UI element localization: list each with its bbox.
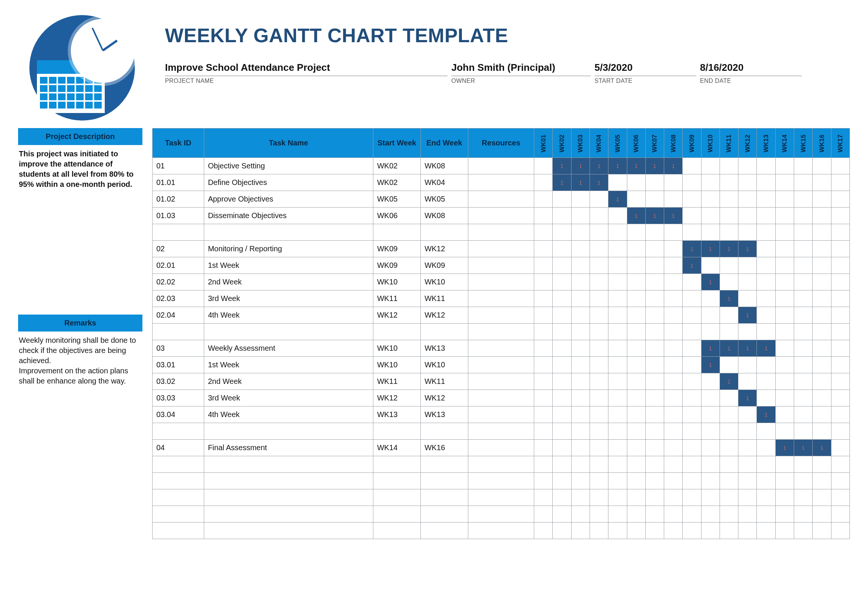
gantt-cell[interactable] xyxy=(664,191,683,207)
gantt-cell[interactable] xyxy=(794,506,813,522)
gantt-cell[interactable] xyxy=(738,506,757,522)
gantt-cell[interactable] xyxy=(813,290,831,307)
gantt-cell[interactable] xyxy=(645,340,664,357)
cell-resources[interactable] xyxy=(468,390,534,407)
gantt-cell[interactable] xyxy=(757,257,775,274)
gantt-cell[interactable] xyxy=(831,373,850,390)
gantt-cell[interactable] xyxy=(664,407,683,423)
gantt-cell[interactable] xyxy=(683,224,701,241)
gantt-cell[interactable] xyxy=(757,456,775,473)
gantt-cell[interactable] xyxy=(534,257,553,274)
gantt-cell[interactable] xyxy=(738,357,757,373)
gantt-cell[interactable] xyxy=(534,407,553,423)
gantt-cell[interactable] xyxy=(794,158,813,174)
cell-task-id[interactable]: 01.02 xyxy=(152,191,204,207)
gantt-cell[interactable] xyxy=(571,241,590,257)
cell-task-name[interactable] xyxy=(204,489,373,506)
cell-resources[interactable] xyxy=(468,274,534,290)
gantt-cell[interactable] xyxy=(645,473,664,489)
gantt-cell[interactable] xyxy=(831,357,850,373)
gantt-cell[interactable] xyxy=(645,241,664,257)
gantt-cell[interactable] xyxy=(738,174,757,191)
cell-task-name[interactable]: 4th Week xyxy=(204,407,373,423)
cell-task-name[interactable]: Weekly Assessment xyxy=(204,340,373,357)
cell-task-id[interactable] xyxy=(152,489,204,506)
gantt-cell[interactable]: 1 xyxy=(701,274,720,290)
cell-task-name[interactable] xyxy=(204,224,373,241)
gantt-cell[interactable] xyxy=(775,473,794,489)
gantt-cell[interactable] xyxy=(571,290,590,307)
gantt-cell[interactable] xyxy=(553,307,571,324)
gantt-cell[interactable] xyxy=(553,290,571,307)
gantt-cell[interactable] xyxy=(683,390,701,407)
gantt-cell[interactable] xyxy=(831,440,850,456)
gantt-cell[interactable] xyxy=(590,357,608,373)
gantt-cell[interactable]: 1 xyxy=(738,241,757,257)
gantt-cell[interactable] xyxy=(813,373,831,390)
gantt-cell[interactable] xyxy=(831,191,850,207)
gantt-cell[interactable] xyxy=(571,324,590,340)
cell-end-week[interactable] xyxy=(421,423,468,440)
gantt-cell[interactable] xyxy=(645,174,664,191)
gantt-cell[interactable] xyxy=(534,158,553,174)
gantt-cell[interactable] xyxy=(683,489,701,506)
gantt-cell[interactable] xyxy=(720,522,738,539)
cell-task-id[interactable]: 03.03 xyxy=(152,390,204,407)
cell-start-week[interactable]: WK13 xyxy=(373,407,421,423)
gantt-cell[interactable] xyxy=(720,324,738,340)
cell-task-name[interactable]: 2nd Week xyxy=(204,274,373,290)
cell-start-week[interactable]: WK02 xyxy=(373,158,421,174)
gantt-cell[interactable] xyxy=(831,473,850,489)
gantt-cell[interactable] xyxy=(608,522,627,539)
gantt-cell[interactable] xyxy=(553,423,571,440)
cell-task-id[interactable]: 03.02 xyxy=(152,373,204,390)
gantt-cell[interactable] xyxy=(701,423,720,440)
cell-resources[interactable] xyxy=(468,407,534,423)
gantt-cell[interactable] xyxy=(775,340,794,357)
cell-end-week[interactable]: WK12 xyxy=(421,241,468,257)
gantt-cell[interactable] xyxy=(645,407,664,423)
cell-start-week[interactable]: WK11 xyxy=(373,290,421,307)
gantt-cell[interactable] xyxy=(831,257,850,274)
cell-resources[interactable] xyxy=(468,191,534,207)
gantt-cell[interactable] xyxy=(645,224,664,241)
gantt-cell[interactable] xyxy=(720,307,738,324)
gantt-cell[interactable] xyxy=(590,373,608,390)
gantt-cell[interactable] xyxy=(553,456,571,473)
gantt-cell[interactable] xyxy=(534,224,553,241)
gantt-cell[interactable] xyxy=(701,456,720,473)
gantt-cell[interactable] xyxy=(738,290,757,307)
gantt-cell[interactable] xyxy=(775,307,794,324)
gantt-cell[interactable] xyxy=(608,340,627,357)
gantt-cell[interactable] xyxy=(738,191,757,207)
gantt-cell[interactable] xyxy=(608,241,627,257)
gantt-cell[interactable] xyxy=(720,423,738,440)
gantt-cell[interactable] xyxy=(534,357,553,373)
gantt-cell[interactable] xyxy=(701,224,720,241)
cell-resources[interactable] xyxy=(468,522,534,539)
gantt-cell[interactable] xyxy=(590,257,608,274)
gantt-cell[interactable] xyxy=(553,257,571,274)
gantt-cell[interactable] xyxy=(608,224,627,241)
cell-start-week[interactable] xyxy=(373,456,421,473)
cell-task-name[interactable] xyxy=(204,456,373,473)
gantt-cell[interactable] xyxy=(720,473,738,489)
cell-task-id[interactable]: 03.01 xyxy=(152,357,204,373)
gantt-cell[interactable] xyxy=(590,407,608,423)
cell-resources[interactable] xyxy=(468,224,534,241)
gantt-cell[interactable] xyxy=(627,257,645,274)
gantt-cell[interactable] xyxy=(831,290,850,307)
gantt-cell[interactable]: 1 xyxy=(553,174,571,191)
cell-start-week[interactable]: WK10 xyxy=(373,340,421,357)
gantt-cell[interactable] xyxy=(794,241,813,257)
gantt-cell[interactable] xyxy=(664,324,683,340)
gantt-cell[interactable] xyxy=(757,357,775,373)
cell-start-week[interactable]: WK02 xyxy=(373,174,421,191)
remarks-body[interactable]: Weekly monitoring shall be done to check… xyxy=(18,332,143,388)
cell-task-id[interactable] xyxy=(152,522,204,539)
gantt-cell[interactable] xyxy=(831,506,850,522)
cell-resources[interactable] xyxy=(468,158,534,174)
cell-end-week[interactable]: WK08 xyxy=(421,207,468,224)
gantt-cell[interactable] xyxy=(571,423,590,440)
gantt-cell[interactable] xyxy=(608,473,627,489)
